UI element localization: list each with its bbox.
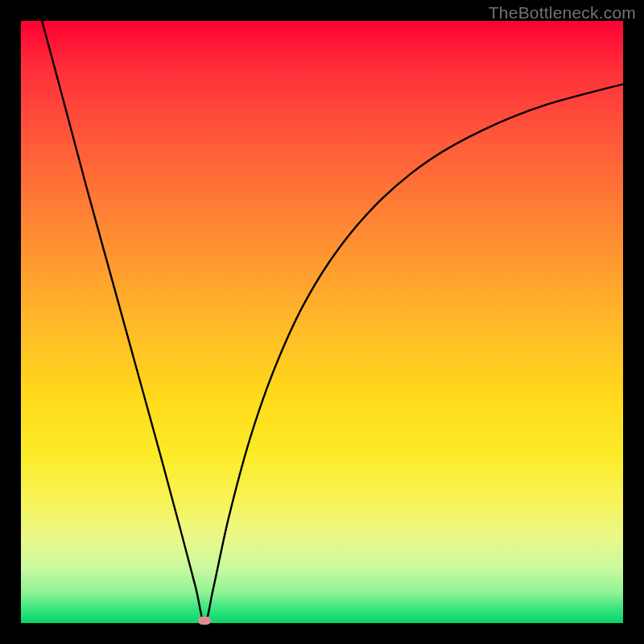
bottleneck-curve bbox=[21, 21, 623, 623]
plot-area bbox=[21, 21, 623, 623]
chart-frame: TheBottleneck.com bbox=[0, 0, 644, 644]
watermark-text: TheBottleneck.com bbox=[489, 3, 636, 23]
optimal-point-marker bbox=[198, 617, 211, 625]
